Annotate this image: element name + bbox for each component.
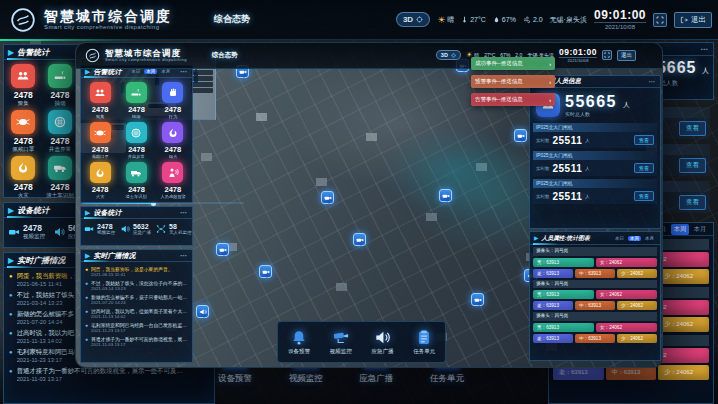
device-value: 2478 <box>97 223 115 230</box>
alarm-value: 2478 <box>5 136 42 146</box>
weather-item: ☀晴 <box>437 15 454 25</box>
alarm-stat-渣土车识别[interactable]: 2478 渣土车识别 <box>42 156 79 199</box>
alarm-label: 火灾 <box>5 192 42 199</box>
tab-本日[interactable]: 本日 <box>613 236 626 241</box>
alarm-stat-火灾[interactable]: 2478 火灾 <box>82 162 118 199</box>
view-button[interactable]: 查看 <box>679 195 706 210</box>
attr-pill-少: 少：24062 <box>658 365 709 380</box>
realtime-people-count: 55665 人 <box>565 93 629 111</box>
broadcast-text: 普通才接子为一番妙不可言的数境视觉，展示一些不可及… <box>17 367 183 376</box>
tab-本月[interactable]: 本月 <box>159 69 172 74</box>
alarm-stat-聚集[interactable]: 2478 聚集 <box>82 82 118 119</box>
exit-button[interactable]: 退出 <box>617 50 636 61</box>
view-button[interactable]: 查看 <box>634 135 654 145</box>
alarm-stat-抽烟[interactable]: 2478 抽烟 <box>42 64 79 107</box>
alarm-value: 2478 <box>155 105 191 114</box>
exit-button[interactable]: 退出 <box>674 12 712 28</box>
chevron-right-icon: › <box>549 97 551 103</box>
toolbar-label: 任务单元 <box>413 348 435 355</box>
tab-本月[interactable]: 本月 <box>643 236 656 241</box>
toolbar-应急广播[interactable]: 应急广播 <box>371 329 393 355</box>
map-camera-marker[interactable] <box>439 189 452 202</box>
gate-value: 25511 <box>553 135 583 146</box>
alarm-label: 烟火 <box>156 154 189 159</box>
toolbar-设备预警[interactable]: 设备预警 <box>288 329 310 355</box>
alarm-stat-井盖异常[interactable]: 2478 井盖异常 <box>118 122 154 159</box>
tab-本月[interactable]: 本月 <box>691 224 709 235</box>
gate-name: IP025北大门闸机 <box>533 151 657 160</box>
tab-本日[interactable]: 本日 <box>129 69 142 74</box>
map-camera-marker[interactable] <box>216 243 229 256</box>
map-camera-marker[interactable] <box>514 129 527 142</box>
speaker-icon <box>372 329 392 346</box>
alarm-stat-人员疏散报警[interactable]: 2478 人员疏散报警 <box>155 162 191 199</box>
tab-overview[interactable]: 综合态势 <box>214 13 250 26</box>
alarm-stat-聚集[interactable]: 2478 聚集 <box>5 64 42 107</box>
toolbar-label: 设备预警 <box>205 373 265 385</box>
device-label: 视频监控 <box>23 233 45 240</box>
device-label: 应急广播 <box>133 230 151 235</box>
tab-overview[interactable]: 综合态势 <box>212 51 238 60</box>
broadcast-item[interactable]: ● 毛利家特意和阿巴马经典一台自己发形机监停，整个… 2021-11-23 13… <box>81 320 192 334</box>
map-speaker-marker[interactable] <box>196 305 209 318</box>
device-stat-视频监控: 2478 视频监控 <box>8 223 45 240</box>
view-button[interactable]: 查看 <box>679 121 706 136</box>
bullet-icon: ● <box>9 291 13 306</box>
broadcast-item[interactable]: ● 阿蛋，我当薪资啦，这是小菜的声音。 2021-06-15 11:41 <box>81 264 192 278</box>
menu-dots[interactable]: ⋯ <box>180 252 188 260</box>
time-label: 09:01:00 <box>594 9 646 22</box>
manhole-icon <box>126 122 147 143</box>
map-camera-marker[interactable] <box>353 233 366 246</box>
alarm-stat-火灾[interactable]: 2478 火灾 <box>5 156 42 199</box>
menu-dots[interactable]: ⋯ <box>649 78 657 86</box>
alarm-stat-行为[interactable]: 2478 行为 <box>155 82 191 119</box>
alarm-stat-佩戴口罩[interactable]: 2478 佩戴口罩 <box>5 110 42 153</box>
panel-title: 实时广播情况 <box>93 251 135 261</box>
toast-notification[interactable]: 预警事件--推送信息 › <box>471 75 555 88</box>
broadcast-item[interactable]: ● 新做的怎么被骗不多，孩子只要站那儿一站，工画上气味… 2021-07-20 … <box>81 292 192 306</box>
3d-toggle[interactable]: 3D <box>396 12 430 27</box>
view-button[interactable]: 查看 <box>634 191 654 201</box>
alarm-stat-佩戴口罩[interactable]: 2478 佩戴口罩 <box>82 122 118 159</box>
map-camera-marker[interactable] <box>259 265 272 278</box>
alarm-stat-渣土车识别[interactable]: 2478 渣土车识别 <box>118 162 154 199</box>
flame-icon <box>11 156 35 180</box>
device-label: 视频监控 <box>97 230 115 235</box>
fullscreen-button[interactable] <box>602 50 612 60</box>
3d-toggle[interactable]: 3D <box>436 50 461 60</box>
toast-notification[interactable]: 告警事件--推送信息 › <box>471 93 555 106</box>
broadcast-item[interactable]: ● 不过，我姑姑了饭头，没想这位子白不乐的问题？ 2021-03-14 13:2… <box>81 278 192 292</box>
attr-pill-老: 老：63913 <box>533 269 573 278</box>
alarm-value: 2478 <box>82 145 118 154</box>
bullet-icon: ● <box>85 266 88 277</box>
bullet-icon: ● <box>9 329 13 344</box>
toolbar-视频监控[interactable]: 视频监控 <box>330 329 352 355</box>
menu-dots[interactable]: ⋯ <box>701 45 710 54</box>
tab-本周[interactable]: 本周 <box>671 224 689 235</box>
bullet-icon: ● <box>85 322 88 333</box>
alarm-stat-烟火[interactable]: 2478 烟火 <box>155 122 191 159</box>
bullet-icon: ● <box>85 308 88 319</box>
toolbar-任务单元[interactable]: 任务单元 <box>413 329 435 355</box>
broadcast-panel: ▶实时广播情况⋯ ● 阿蛋，我当薪资啦，这是小菜的声音。 2021-06-15 … <box>80 249 193 363</box>
view-button[interactable]: 查看 <box>634 163 654 173</box>
broadcast-item[interactable]: ● 普通才接子为一番妙不可言的数境视觉，展示一些不可及… 2021-11-03 … <box>81 334 192 348</box>
view-button[interactable]: 查看 <box>679 158 706 173</box>
alarm-stat-井盖异常[interactable]: 2478 井盖异常 <box>42 110 79 153</box>
alarm-value: 2478 <box>42 136 79 146</box>
gate-unit: 人 <box>585 138 590 143</box>
fullscreen-button[interactable] <box>653 13 667 27</box>
broadcast-item[interactable]: ● 过高时说，我以为吧，但如果面子里有个大容量精选… 2021-11-13 14… <box>81 306 192 320</box>
alarm-stat-抽烟[interactable]: 2478 抽烟 <box>118 82 154 119</box>
attr-pill-女: 女：24062 <box>596 323 657 332</box>
alarm-label: 人员疏散报警 <box>156 194 189 199</box>
device-stat-无人机监控: 58 无人机监控 <box>156 223 192 235</box>
tab-本周[interactable]: 本周 <box>144 69 157 74</box>
tab-本周[interactable]: 本周 <box>628 236 641 241</box>
map-camera-marker[interactable] <box>471 293 484 306</box>
wind-item: 2.0 <box>523 16 543 24</box>
map-camera-marker[interactable] <box>321 191 334 204</box>
attr-pill-少: 少：24062 <box>617 301 657 310</box>
temp-item: 27°C <box>461 15 486 24</box>
toast-notification[interactable]: 成功事件--推送信息 › <box>471 57 555 70</box>
